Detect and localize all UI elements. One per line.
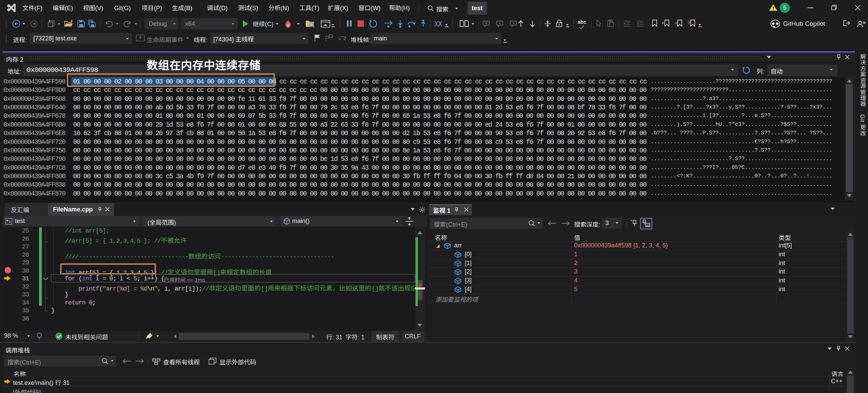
svg-text:ab: ab — [646, 224, 650, 227]
